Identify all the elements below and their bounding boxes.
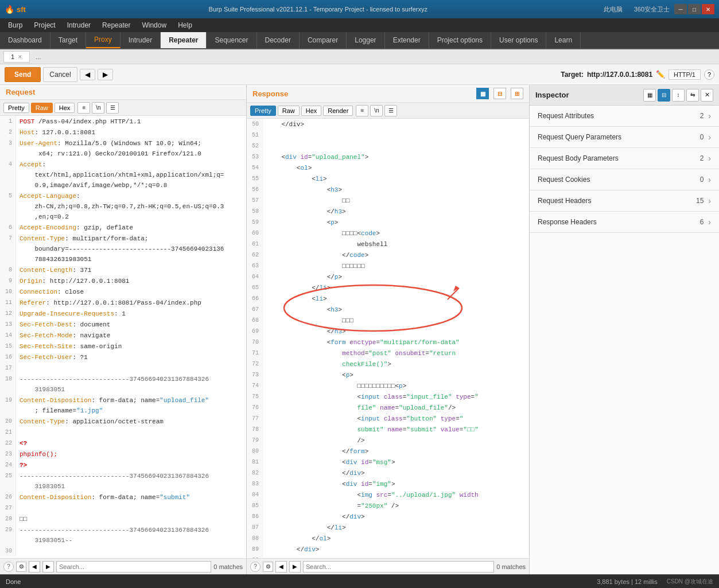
help-toolbar-button[interactable]: ? [704, 69, 714, 80]
insp-icon-collapse[interactable]: ⇆ [686, 89, 699, 102]
menu-burp[interactable]: Burp [2, 20, 28, 30]
subtab-more[interactable]: ... [31, 52, 45, 62]
menu-intruder[interactable]: Intruder [61, 20, 96, 30]
tab-extender[interactable]: Extender [385, 32, 429, 48]
req-search-back[interactable]: ◀ [29, 561, 40, 573]
req-format-icon2[interactable]: \n [92, 102, 104, 114]
request-search-input[interactable] [56, 561, 211, 573]
req-line-3: 3User-Agent: Mozilla/5.0 (Windows NT 10.… [0, 138, 246, 159]
req-pretty-button[interactable]: Pretty [3, 103, 29, 113]
statusbar: Done 3,881 bytes | 12 millis CSDN @攻城在途 [0, 574, 719, 588]
inspector-row-req-headers[interactable]: Request Headers 15 › [530, 190, 719, 212]
inspector-row-body-params-chevron: › [708, 154, 711, 163]
inspector-row-request-attributes[interactable]: Request Attributes 2 › [530, 106, 719, 127]
tab-logger[interactable]: Logger [347, 32, 384, 48]
subtab-1[interactable]: 1 ✕ [3, 51, 30, 63]
inspector-row-resp-headers-label: Response Headers [538, 218, 700, 226]
nav-back-button[interactable]: ◀ [80, 69, 95, 80]
insp-icon-close[interactable]: ✕ [701, 89, 713, 102]
req-line-15: 15Sec-Fetch-Site: same-origin [0, 341, 246, 352]
response-search-input[interactable] [303, 561, 494, 573]
request-code-area[interactable]: 1POST /Pass-04/index.php HTTP/1.1 2Host:… [0, 116, 246, 558]
tab-target[interactable]: Target [50, 32, 86, 48]
req-raw-button[interactable]: Raw [31, 103, 53, 113]
inspector-row-request-attributes-count: 2 [700, 112, 704, 120]
insp-icon-1[interactable]: ▦ [643, 89, 656, 102]
resp-layout-icon1[interactable]: ▦ [476, 88, 489, 99]
req-format-icon3[interactable]: ☰ [106, 102, 119, 114]
close-button[interactable]: ✕ [702, 4, 714, 14]
resp-layout-icon2[interactable]: ⊟ [493, 88, 506, 99]
inspector-row-req-headers-chevron: › [708, 196, 711, 205]
req-line-28: 28□□ [0, 513, 246, 524]
tab-proxy[interactable]: Proxy [86, 32, 121, 48]
resp-search-help[interactable]: ? [250, 562, 261, 572]
resp-pretty-button[interactable]: Pretty [250, 106, 276, 116]
req-line-19: 19Content-Disposition: form-data; name="… [0, 395, 246, 416]
cancel-button[interactable]: Cancel [43, 67, 77, 82]
req-format-icon1[interactable]: ≡ [77, 102, 90, 114]
nav-forward-button[interactable]: ▶ [98, 69, 113, 80]
tab-decoder[interactable]: Decoder [257, 32, 300, 48]
inspector-row-resp-headers[interactable]: Response Headers 6 › [530, 212, 719, 233]
req-line-21: 21 [0, 427, 246, 438]
tabbar: Dashboard Target Proxy Intruder Repeater… [0, 32, 719, 49]
menu-help[interactable]: Help [172, 20, 198, 30]
resp-search-settings[interactable]: ⚙ [263, 562, 273, 572]
toolbar: Send Cancel ◀ ▶ Target: http://127.0.0.1… [0, 64, 719, 85]
tab-sequencer[interactable]: Sequencer [207, 32, 256, 48]
req-line-17: 17 [0, 363, 246, 373]
resp-format-icon3[interactable]: ☰ [384, 105, 397, 116]
insp-icon-sort[interactable]: ↕ [672, 89, 685, 102]
resp-layout-icon3[interactable]: ⊞ [511, 88, 523, 99]
resp-line-72: 72 checkFile()"> [247, 359, 529, 369]
resp-raw-button[interactable]: Raw [278, 106, 300, 116]
req-line-30: 30 [0, 546, 246, 556]
resp-search-fwd[interactable]: ▶ [289, 561, 301, 573]
resp-format-icon2[interactable]: \n [370, 105, 383, 116]
request-format-bar: Pretty Raw Hex ≡ \n ☰ [0, 100, 246, 116]
req-hex-button[interactable]: Hex [55, 103, 75, 113]
resp-line-70: 70 <form enctype="multipart/form-data" [247, 337, 529, 348]
send-button[interactable]: Send [5, 67, 41, 82]
inspector-row-request-attributes-chevron: › [708, 111, 711, 120]
resp-line-74: 74 □□□□□□□□□□<p> [247, 380, 529, 391]
target-url: http://127.0.0.1:8081 [587, 71, 652, 79]
resp-format-icon1[interactable]: ≡ [356, 105, 368, 116]
minimize-button[interactable]: ─ [674, 4, 687, 14]
maximize-button[interactable]: □ [688, 4, 701, 14]
resp-render-button[interactable]: Render [323, 106, 353, 116]
menu-project[interactable]: Project [28, 20, 61, 30]
menu-repeater[interactable]: Repeater [96, 20, 136, 30]
req-search-settings[interactable]: ⚙ [16, 562, 26, 572]
req-search-fwd[interactable]: ▶ [42, 561, 54, 573]
inspector-row-query-params[interactable]: Request Query Parameters 0 › [530, 127, 719, 148]
inspector-row-cookies[interactable]: Request Cookies 0 › [530, 169, 719, 190]
response-code-area[interactable]: 50 </div> 51 52 53 <div id="upload_panel… [247, 119, 529, 558]
tab-repeater[interactable]: Repeater [161, 32, 207, 48]
tab-project-options[interactable]: Project options [429, 32, 491, 48]
inspector-title: Inspector [535, 91, 643, 99]
resp-line-61: 61 webshell [247, 239, 529, 250]
tab-user-options[interactable]: User options [491, 32, 546, 48]
resp-line-82: 82 </div> [247, 468, 529, 478]
tab-comparer[interactable]: Comparer [300, 32, 347, 48]
tab-learn[interactable]: Learn [546, 32, 581, 48]
req-line-20: 20Content-Type: application/octet-stream [0, 416, 246, 427]
subtab-close-icon[interactable]: ✕ [18, 54, 22, 60]
insp-icon-2[interactable]: ⊟ [658, 89, 670, 102]
inspector-row-body-params[interactable]: Request Body Parameters 2 › [530, 148, 719, 169]
req-line-24: 24?> [0, 460, 246, 470]
inspector-panel: Inspector ▦ ⊟ ↕ ⇆ ✕ Request Attributes 2… [530, 85, 719, 574]
edit-target-button[interactable]: ✏️ [656, 70, 665, 79]
resp-line-52: 52 [247, 141, 529, 151]
tab-dashboard[interactable]: Dashboard [0, 32, 50, 48]
resp-search-back[interactable]: ◀ [275, 561, 287, 573]
menu-window[interactable]: Window [136, 20, 172, 30]
req-search-help[interactable]: ? [3, 562, 14, 572]
http-version-badge[interactable]: HTTP/1 [669, 69, 701, 80]
tab-intruder[interactable]: Intruder [121, 32, 161, 48]
resp-hex-button[interactable]: Hex [301, 106, 322, 116]
panels-container: Request Pretty Raw Hex ≡ \n ☰ 1POST /Pas… [0, 85, 719, 574]
inspector-row-cookies-count: 0 [700, 176, 704, 184]
